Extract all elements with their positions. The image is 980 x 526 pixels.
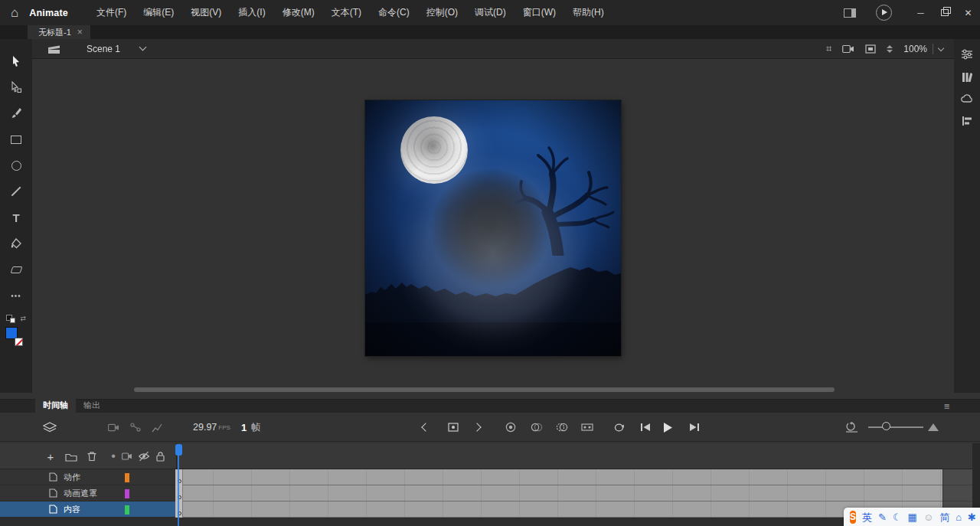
empty-frames-area[interactable] <box>943 469 972 485</box>
tab-timeline[interactable]: 时间轴 <box>35 398 76 413</box>
layer-row-mask[interactable]: 动画遮罩 <box>0 485 176 501</box>
fps-display[interactable]: 29.97 FPS <box>193 419 230 436</box>
center-stage-icon[interactable]: ⌗ <box>826 43 831 55</box>
show-parenting-icon[interactable] <box>130 419 141 436</box>
panel-menu-icon[interactable]: ≣ <box>944 402 951 410</box>
frame-track[interactable] <box>175 485 943 501</box>
swap-colors-icon[interactable]: ⇄ <box>20 315 26 322</box>
restore-button[interactable] <box>933 0 956 25</box>
onion-marker-icon[interactable] <box>505 419 516 436</box>
align-icon[interactable] <box>959 113 975 129</box>
layer-row-actions[interactable]: 动作 <box>0 469 176 485</box>
document-tab[interactable]: 无标题-1 × <box>28 25 90 39</box>
frame-track[interactable] <box>175 501 943 518</box>
reset-timeline-zoom-icon[interactable] <box>845 419 858 436</box>
edit-multiple-frames-icon[interactable] <box>581 419 593 436</box>
onion-skin-outlines-icon[interactable] <box>556 419 568 436</box>
tab-output[interactable]: 输出 <box>76 398 108 413</box>
frame-1-cell[interactable] <box>175 469 183 485</box>
step-to-previous-keyframe-icon[interactable] <box>423 419 429 436</box>
menu-edit[interactable]: 编辑(E) <box>135 0 182 26</box>
library-icon[interactable] <box>959 69 975 84</box>
empty-frames-area[interactable] <box>943 485 972 501</box>
zoom-stepper[interactable] <box>887 45 893 53</box>
close-button[interactable]: ✕ <box>956 0 980 25</box>
rectangle-tool-icon[interactable] <box>5 128 28 151</box>
timeline-zoom-fit-icon[interactable] <box>928 419 939 436</box>
onion-skin-icon[interactable] <box>531 419 543 436</box>
step-forward-one-frame-icon[interactable] <box>689 419 700 436</box>
menu-modify[interactable]: 修改(M) <box>274 0 323 26</box>
center-frame-icon[interactable] <box>448 419 459 436</box>
graph-editor-icon[interactable] <box>152 419 162 436</box>
playhead-handle[interactable] <box>175 444 182 456</box>
layer-color-chip[interactable] <box>125 489 129 498</box>
home-icon[interactable]: ⌂ <box>11 5 18 21</box>
menu-commands[interactable]: 命令(C) <box>370 0 418 26</box>
menu-window[interactable]: 窗口(W) <box>514 0 564 26</box>
scene-chevron-down-icon[interactable] <box>139 44 147 51</box>
stage[interactable] <box>365 100 621 356</box>
tab-close-icon[interactable]: × <box>77 27 83 38</box>
properties-icon[interactable] <box>959 47 975 62</box>
play-button-icon[interactable] <box>663 419 673 436</box>
step-back-one-frame-icon[interactable] <box>640 419 651 436</box>
new-folder-icon[interactable] <box>64 449 79 464</box>
step-to-next-keyframe-icon[interactable] <box>474 419 480 436</box>
text-tool-icon[interactable]: T <box>5 206 28 229</box>
layer-camera-column-icon[interactable] <box>119 449 135 464</box>
layer-row-content[interactable]: 内容 <box>0 501 176 518</box>
ime-language-mode-icon[interactable]: 英 <box>862 512 872 522</box>
minimize-button[interactable]: ─ <box>909 0 933 25</box>
menu-control[interactable]: 控制(O) <box>418 0 466 26</box>
ime-symbol-board-icon[interactable]: ▦ <box>908 512 917 522</box>
lock-all-layers-icon[interactable] <box>152 449 168 464</box>
cc-libraries-icon[interactable] <box>959 91 975 106</box>
oval-tool-icon[interactable] <box>5 154 28 177</box>
layers-stack-icon[interactable] <box>43 419 57 436</box>
workspace-layout-icon[interactable] <box>844 8 856 18</box>
timeline-zoom-slider-track[interactable] <box>868 426 923 428</box>
clip-content-icon[interactable] <box>865 44 876 54</box>
eraser-tool-icon[interactable] <box>5 258 28 281</box>
hide-all-layers-icon[interactable] <box>136 449 152 464</box>
ime-night-mode-icon[interactable]: ☾ <box>893 512 902 522</box>
line-tool-icon[interactable] <box>5 180 28 203</box>
ime-logo-icon[interactable]: S <box>850 511 856 524</box>
menu-insert[interactable]: 插入(I) <box>230 0 273 26</box>
highlight-layers-icon[interactable]: • <box>106 449 121 464</box>
ime-skin-icon[interactable]: ⌂ <box>956 512 962 522</box>
canvas-pasteboard[interactable] <box>32 59 954 393</box>
camera-icon[interactable] <box>842 44 854 54</box>
loop-playback-icon[interactable] <box>612 419 626 436</box>
ime-simplified-icon[interactable]: 简 <box>939 512 949 522</box>
ime-account-icon[interactable]: ☺ <box>923 512 933 522</box>
more-tools-icon[interactable]: ••• <box>5 284 28 307</box>
menu-file[interactable]: 文件(F) <box>88 0 135 26</box>
scene-name[interactable]: Scene 1 <box>87 44 120 54</box>
layer-color-chip[interactable] <box>125 473 129 482</box>
no-color-swatch[interactable] <box>15 338 23 346</box>
canvas-horizontal-scrollbar[interactable] <box>134 387 835 392</box>
timeline-zoom-slider-handle[interactable] <box>882 422 890 430</box>
brush-tool-icon[interactable] <box>5 102 28 125</box>
new-layer-icon[interactable]: + <box>43 449 58 464</box>
paint-bucket-tool-icon[interactable] <box>5 232 28 255</box>
menu-text[interactable]: 文本(T) <box>323 0 370 26</box>
layer-color-chip[interactable] <box>125 505 129 515</box>
zoom-control[interactable]: 100% <box>903 44 943 54</box>
ime-handwriting-icon[interactable]: ✎ <box>878 512 887 522</box>
camera-toggle-icon[interactable] <box>108 419 119 436</box>
free-transform-tool-icon[interactable] <box>5 76 28 99</box>
quick-share-icon[interactable] <box>876 5 892 21</box>
selection-tool-icon[interactable] <box>5 50 28 73</box>
scene-clapper-icon[interactable] <box>47 43 60 54</box>
ime-toolbox-icon[interactable]: ✱ <box>968 512 976 522</box>
current-frame-display[interactable]: 1 帧 <box>241 419 260 436</box>
delete-layer-icon[interactable] <box>84 449 100 464</box>
frame-1-cell[interactable] <box>175 501 183 518</box>
frame-1-cell[interactable] <box>175 485 183 501</box>
menu-view[interactable]: 视图(V) <box>182 0 230 26</box>
menu-debug[interactable]: 调试(D) <box>466 0 514 26</box>
frame-track[interactable] <box>175 469 943 485</box>
